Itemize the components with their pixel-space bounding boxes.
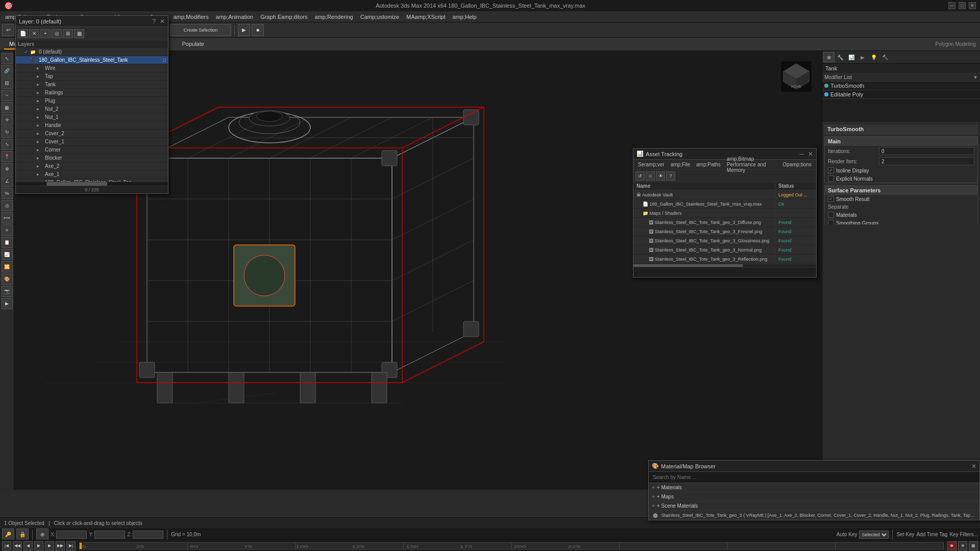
- spinner-snap[interactable]: ◎: [2, 200, 13, 211]
- layer-panel-minimize[interactable]: ?: [152, 18, 156, 25]
- timeline-thumb[interactable]: [80, 543, 82, 549]
- motion-tab[interactable]: ▶: [857, 52, 868, 62]
- layer-scrollbar-thumb[interactable]: [46, 182, 107, 186]
- layer-child-plug[interactable]: ● Plug: [16, 97, 168, 105]
- z-input[interactable]: [133, 531, 163, 539]
- quick-render[interactable]: ▶: [2, 298, 13, 309]
- layer-manager[interactable]: 📋: [2, 237, 13, 248]
- material-search-input[interactable]: [649, 472, 979, 483]
- smooth-checkbox[interactable]: ✓: [828, 196, 834, 202]
- utilities-tab[interactable]: 🔨: [879, 52, 891, 62]
- default-layer-item[interactable]: ✓ 📁 0 (default): [16, 48, 168, 56]
- layer-more[interactable]: ▦: [74, 29, 84, 38]
- layer-child-tank[interactable]: ● Tank: [16, 81, 168, 89]
- layer-child-nut2[interactable]: ● Nut_2: [16, 105, 168, 113]
- anim-next-key[interactable]: ▶▶: [56, 541, 65, 550]
- layer-child-handle[interactable]: ● Handle: [16, 121, 168, 130]
- anim-prev[interactable]: ◀: [23, 541, 33, 550]
- material-editor[interactable]: 🎨: [2, 273, 13, 285]
- smoothing-checkbox[interactable]: [828, 220, 834, 224]
- asset-menu-options[interactable]: Opamp;tions: [780, 161, 814, 168]
- menu-help[interactable]: amp;Help: [450, 13, 480, 21]
- asset-menu-paths[interactable]: amp;Paths: [694, 161, 723, 168]
- stop-button[interactable]: ■: [252, 24, 264, 36]
- layer-child-corner[interactable]: ● Corner: [16, 146, 168, 154]
- nav-back[interactable]: 🔑: [2, 529, 14, 541]
- modifier-list-chevron[interactable]: ▼: [973, 74, 978, 80]
- modify-tab[interactable]: 🔧: [835, 52, 846, 62]
- coord-mode[interactable]: ⊕: [36, 529, 48, 541]
- layer-child-nut1[interactable]: ● Nut_1: [16, 113, 168, 121]
- maps-section[interactable]: + + Maps: [649, 492, 979, 502]
- materials-checkbox[interactable]: [828, 212, 834, 218]
- anim-options[interactable]: ▦: [969, 541, 978, 550]
- anim-play[interactable]: ▶: [34, 541, 43, 550]
- modifier-turbosmooth[interactable]: TurboSmooth: [822, 82, 980, 90]
- layer-child-railings[interactable]: ● Railings: [16, 89, 168, 97]
- bind-space-warp[interactable]: ~: [2, 90, 13, 101]
- rotate-tool[interactable]: ↻: [2, 127, 13, 138]
- asset-row-diffuse[interactable]: 🖼 Stainless_Steel_IBC_Tote_Tank_geo_3_Di…: [633, 218, 816, 227]
- y-input[interactable]: [94, 531, 125, 539]
- layer-child-blocker[interactable]: ● Blocker: [16, 154, 168, 162]
- undo-button[interactable]: ↩: [2, 24, 14, 36]
- nav-lock[interactable]: 🔒: [16, 529, 29, 541]
- materials-section[interactable]: + + Materials: [649, 483, 979, 492]
- menu-customize[interactable]: Camp;ustomize: [357, 13, 402, 21]
- asset-row-maps[interactable]: 📁 Maps / Shaders: [633, 209, 816, 218]
- material-panel-close[interactable]: ✕: [971, 463, 976, 470]
- selected-object-item[interactable]: ⬛ 180_Gallon_IBC_Stainless_Steel_Tank □: [16, 56, 168, 64]
- modifier-editable-poly[interactable]: Editable Poly: [822, 90, 980, 99]
- asset-menu-file[interactable]: amp;File: [668, 161, 693, 168]
- asset-row-reflection[interactable]: 🖼 Stainless_Steel_IBC_Tote_Tank_geo_3_Re…: [633, 255, 816, 264]
- render-iters-value[interactable]: 2: [879, 157, 974, 165]
- scale-tool[interactable]: ⤡: [2, 139, 13, 150]
- create-tab[interactable]: ⊕: [823, 52, 835, 62]
- scene-materials-section[interactable]: + + Scene Materials: [649, 502, 979, 511]
- layer-delete[interactable]: ✕: [29, 29, 39, 38]
- asset-select[interactable]: ⊹: [646, 171, 655, 181]
- hierarchy-tab[interactable]: 📊: [846, 52, 857, 62]
- layer-add-selected[interactable]: +: [40, 29, 51, 38]
- asset-help[interactable]: ?: [666, 171, 675, 181]
- anim-record[interactable]: ⏺: [947, 541, 957, 550]
- layer-new[interactable]: 📄: [18, 29, 28, 38]
- asset-menu-bitmap[interactable]: amp;Bitmap Performance and Memory: [724, 156, 779, 173]
- restore-button[interactable]: □: [959, 2, 966, 9]
- asset-row-vault[interactable]: 🏛 Autodesk Vault Logged Out ...: [633, 190, 816, 199]
- layer-find[interactable]: ⊞: [63, 29, 73, 38]
- play-button[interactable]: ▶: [238, 24, 250, 36]
- asset-row-glossiness[interactable]: 🖼 Stainless_Steel_IBC_Tote_Tank_geo_3_Gl…: [633, 236, 816, 245]
- asset-view[interactable]: 👁: [656, 171, 665, 181]
- asset-menu-server[interactable]: Seramp;ver: [635, 161, 667, 168]
- asset-panel-minimize[interactable]: ─: [799, 151, 804, 158]
- select-tool[interactable]: ↖: [2, 53, 13, 64]
- layer-child-cover2[interactable]: ● Cover_2: [16, 130, 168, 138]
- menu-rendering[interactable]: amp;Rendering: [311, 13, 356, 21]
- mirror-tool[interactable]: ⟺: [2, 212, 13, 223]
- layer-child-wire[interactable]: ● Wire: [16, 64, 168, 72]
- angle-snap[interactable]: ∠: [2, 176, 13, 187]
- align-tool[interactable]: ≡: [2, 224, 13, 236]
- menu-grapheditors[interactable]: Graph Eamp;ditors: [257, 13, 310, 21]
- anim-first[interactable]: |◀: [2, 541, 11, 550]
- x-input[interactable]: [56, 531, 87, 539]
- menu-animation[interactable]: amp;Animation: [213, 13, 256, 21]
- layer-child-tap[interactable]: ● Tap: [16, 72, 168, 81]
- layer-panel-header[interactable]: Layer: 0 (default) ? ✕: [16, 16, 168, 27]
- minimize-button[interactable]: ─: [948, 2, 955, 9]
- menu-maxscript[interactable]: MAamp;XScript: [403, 13, 448, 21]
- link-tool[interactable]: 🔗: [2, 65, 13, 77]
- select-filter[interactable]: ▦: [2, 102, 13, 113]
- isoline-checkbox[interactable]: ✓: [828, 167, 834, 173]
- display-tab[interactable]: 💡: [868, 52, 879, 62]
- create-selection-button[interactable]: Create Selection: [170, 24, 231, 36]
- layer-select-objects[interactable]: ◎: [52, 29, 62, 38]
- selection-dropdown[interactable]: Selected: [859, 531, 889, 539]
- unlink-tool[interactable]: ⛓: [2, 78, 13, 89]
- snap-toggle[interactable]: ⊕: [2, 163, 13, 174]
- layer-panel-close[interactable]: ✕: [160, 18, 165, 25]
- percent-snap[interactable]: %: [2, 188, 13, 199]
- place-tool[interactable]: 📍: [2, 151, 13, 162]
- menu-modifiers[interactable]: amp;Modifiers: [170, 13, 212, 21]
